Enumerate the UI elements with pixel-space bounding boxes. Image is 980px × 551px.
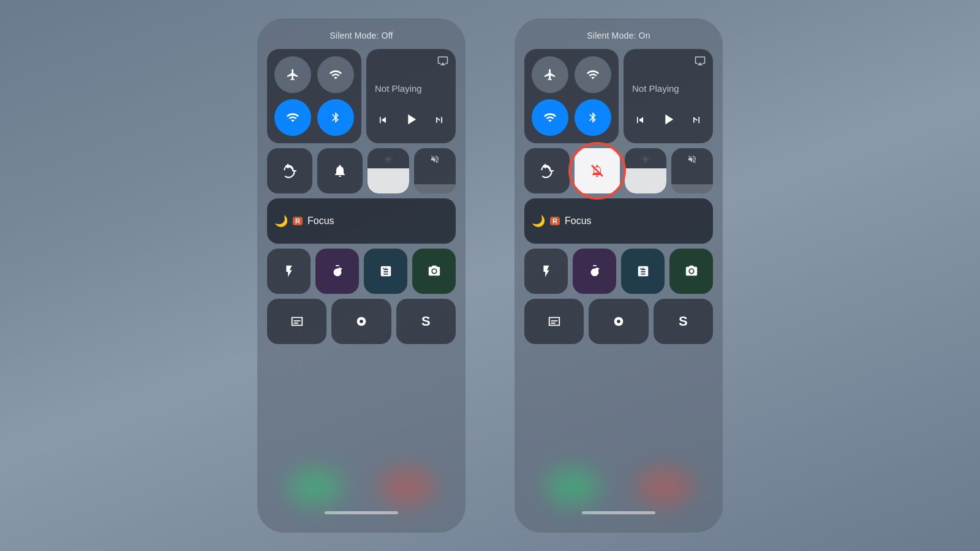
silent-mode-label-left: Silent Mode: Off: [330, 31, 393, 40]
lock-rotation-button-right[interactable]: [524, 148, 570, 193]
rewind-button-left[interactable]: [377, 114, 389, 129]
not-playing-right: Not Playing: [632, 66, 704, 111]
airplane-button-left[interactable]: [274, 56, 311, 93]
row3-left: 🌙 R Focus: [267, 198, 456, 244]
row4-left: [267, 249, 456, 294]
bell-button-left[interactable]: [317, 148, 363, 193]
shazam-button-left[interactable]: S: [396, 299, 456, 344]
fastforward-button-left[interactable]: [433, 114, 445, 129]
blur-green-right: [545, 468, 600, 505]
panel-silent-on: Silent Mode: On: [514, 18, 723, 533]
play-button-left[interactable]: [402, 111, 420, 132]
sun-icon-right: [641, 154, 650, 167]
home-indicator-left: [325, 511, 398, 514]
calculator-button-right[interactable]: [621, 249, 665, 294]
control-grid-left: Not Playing: [267, 49, 456, 344]
screen-mirror-button-right[interactable]: [524, 299, 584, 344]
play-button-right[interactable]: [660, 111, 677, 132]
row3-right: 🌙 R Focus: [524, 198, 713, 244]
bell-highlighted-container: [575, 148, 620, 193]
camera-button-right[interactable]: [669, 249, 713, 294]
camera-button-left[interactable]: [412, 249, 456, 294]
not-playing-left: Not Playing: [375, 66, 447, 111]
blur-red-right: [637, 468, 692, 505]
panel-silent-off: Silent Mode: Off: [257, 18, 466, 533]
svg-point-1: [360, 320, 363, 323]
airplay-icon-right[interactable]: [695, 55, 706, 69]
mute-icon-right: [687, 154, 697, 167]
cellular-button-left[interactable]: [317, 56, 354, 93]
connectivity-block-right: Not Playing: [524, 49, 713, 143]
flashlight-button-right[interactable]: [524, 249, 568, 294]
blur-red-left: [380, 468, 435, 505]
lock-rotation-button-left[interactable]: [267, 148, 312, 193]
row2-left: [267, 148, 456, 193]
silent-mode-label-right: Silent Mode: On: [587, 31, 650, 40]
airplane-button-right[interactable]: [532, 56, 568, 93]
focus-label-left: Focus: [307, 216, 334, 227]
cellular-button-right[interactable]: [575, 56, 611, 93]
media-block-right: Not Playing: [624, 49, 713, 143]
calculator-button-left[interactable]: [364, 249, 407, 294]
connectivity-block-left: Not Playing: [267, 49, 456, 143]
focus-label-right: Focus: [565, 216, 592, 227]
brightness-slider-right[interactable]: [625, 148, 666, 193]
screen-mirror-button-left[interactable]: [267, 299, 326, 344]
volume-slider-right[interactable]: [671, 148, 713, 193]
rewind-button-right[interactable]: [634, 114, 646, 129]
wifi-button-left[interactable]: [274, 99, 311, 136]
focus-block-left[interactable]: 🌙 R Focus: [267, 198, 456, 244]
wifi-button-right[interactable]: [532, 99, 568, 136]
record-button-right[interactable]: [589, 299, 648, 344]
connectivity-2x2-left: [267, 49, 361, 143]
timer-button-left[interactable]: [315, 249, 359, 294]
blur-green-left: [288, 468, 343, 505]
media-block-left: Not Playing: [366, 49, 456, 143]
media-controls-right: [632, 111, 704, 136]
brightness-slider-left[interactable]: [368, 148, 409, 193]
record-button-left[interactable]: [331, 299, 391, 344]
row2-right: [524, 148, 713, 193]
bluetooth-button-right[interactable]: [575, 99, 611, 136]
mute-icon-left: [430, 154, 440, 167]
media-controls-left: [375, 111, 447, 136]
bluetooth-button-left[interactable]: [317, 99, 354, 136]
control-grid-right: Not Playing: [524, 49, 713, 344]
timer-button-right[interactable]: [573, 249, 616, 294]
fastforward-button-right[interactable]: [690, 114, 703, 129]
row5-right: S: [524, 299, 713, 344]
row4-right: [524, 249, 713, 294]
svg-point-4: [617, 320, 620, 323]
row5-left: S: [267, 299, 456, 344]
connectivity-2x2-right: [524, 49, 619, 143]
shazam-button-right[interactable]: S: [654, 299, 713, 344]
flashlight-button-left[interactable]: [267, 249, 311, 294]
home-indicator-right: [582, 511, 655, 514]
sun-icon-left: [383, 154, 393, 167]
volume-slider-left[interactable]: [414, 148, 456, 193]
airplay-icon-left[interactable]: [437, 55, 448, 69]
bell-slash-button-right[interactable]: [575, 148, 620, 193]
focus-block-right[interactable]: 🌙 R Focus: [524, 198, 713, 244]
